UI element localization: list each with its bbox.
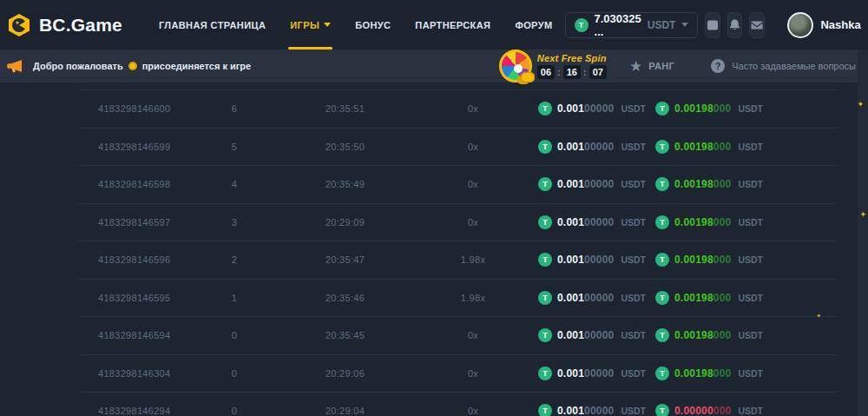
tether-icon: T [655, 102, 669, 116]
bet-id: 4183298146594 [98, 330, 170, 340]
win-currency: USDT [738, 103, 763, 114]
win-amount: 0.00198000 [674, 367, 731, 380]
round-number: 0 [232, 406, 237, 416]
win-amount: 0.00198000 [674, 178, 731, 190]
tether-icon: T [655, 291, 669, 305]
bet-currency: USDT [621, 217, 646, 228]
table-row[interactable]: 4183298146304 0 20:29:06 0x T 0.00100000… [78, 355, 838, 393]
payout-multiplier: 1.98x [461, 254, 485, 265]
round-number: 2 [232, 254, 237, 265]
win-amount: 0.00198000 [674, 292, 731, 304]
bell-icon [728, 18, 741, 31]
bet-time: 20:29:09 [326, 217, 365, 228]
payout-multiplier: 0x [468, 406, 478, 416]
mail-icon [750, 18, 764, 32]
spin-wheel-icon [499, 50, 532, 83]
table-row[interactable]: 4183298146294 0 20:29:04 0x T 0.00100000… [78, 393, 838, 416]
sparkle-icon: ✦ [859, 211, 866, 219]
bet-amount: 0.00100000 [557, 292, 614, 304]
user-menu[interactable]: Nashka [787, 12, 868, 38]
win-currency: USDT [738, 142, 763, 152]
bet-currency: USDT [621, 330, 646, 340]
username: Nashka [820, 18, 860, 31]
win-amount: 0.00198000 [674, 216, 731, 228]
nav-item[interactable]: БОНУС [343, 0, 403, 50]
tether-icon: T [575, 18, 589, 32]
bet-currency: USDT [621, 368, 646, 379]
bet-id: 4183298146598 [98, 179, 170, 189]
round-number: 4 [232, 179, 237, 189]
star-icon: ★ [629, 59, 642, 74]
bets-table: 4183298146600 6 20:35:51 0x T 0.00100000… [78, 89, 838, 416]
payout-multiplier: 0x [468, 330, 478, 340]
bet-currency: USDT [621, 179, 646, 189]
payout-multiplier: 0x [468, 103, 478, 114]
rank-link[interactable]: ★ РАНГ [629, 59, 674, 74]
nav-item-label: ФОРУМ [515, 20, 552, 30]
nav-item-label: БОНУС [355, 20, 391, 30]
free-spin-label: Next Free Spin [537, 53, 607, 63]
bet-amount: 0.00100000 [557, 329, 614, 341]
sparkle-icon: ✦ [857, 101, 864, 109]
content-area: 4183298146600 6 20:35:51 0x T 0.00100000… [0, 83, 868, 416]
wallet-button[interactable] [705, 12, 720, 38]
welcome-text: Добро пожаловать [33, 61, 123, 71]
nav-item-label: ИГРЫ [290, 20, 319, 30]
win-amount: 0.00198000 [674, 329, 731, 341]
tether-icon: T [655, 215, 669, 229]
timer-minutes: 16 [563, 65, 581, 79]
nav-item[interactable]: ИГРЫ [278, 0, 343, 50]
table-row[interactable]: 4183298146599 5 20:35:50 0x T 0.00100000… [78, 129, 838, 167]
table-row[interactable]: 4183298146598 4 20:35:49 0x T 0.00100000… [78, 166, 838, 204]
payout-multiplier: 0x [468, 217, 478, 228]
bet-time: 20:35:47 [326, 254, 365, 265]
announcement-bar: Добро пожаловать присоединяется к игре N… [0, 50, 868, 83]
win-currency: USDT [738, 406, 763, 416]
table-row[interactable]: 4183298146600 6 20:35:51 0x T 0.00100000… [78, 90, 838, 129]
round-number: 0 [232, 368, 237, 379]
tether-icon: T [538, 328, 552, 342]
bet-time: 20:35:45 [326, 330, 365, 340]
welcome-message: Добро пожаловать присоединяется к игре [33, 61, 251, 71]
bet-currency: USDT [621, 293, 646, 303]
timer-seconds: 07 [589, 65, 607, 79]
megaphone-icon [5, 56, 24, 76]
brand-logo[interactable]: BC.Game [7, 13, 122, 37]
round-number: 0 [232, 330, 237, 340]
win-currency: USDT [738, 254, 763, 265]
tether-icon: T [655, 177, 669, 191]
top-navigation-bar: BC.Game ГЛАВНАЯ СТРАНИЦА ИГРЫ БОНУС [0, 0, 868, 50]
nav-item[interactable]: ГЛАВНАЯ СТРАНИЦА [147, 0, 278, 50]
payout-multiplier: 0x [468, 142, 478, 152]
win-amount: 0.00198000 [674, 141, 731, 153]
timer-separator: : [557, 67, 561, 77]
timer-separator: : [583, 67, 587, 77]
bet-amount: 0.00100000 [557, 141, 614, 153]
bet-amount: 0.00100000 [557, 102, 614, 115]
table-row[interactable]: 4183298146595 1 20:35:46 1.98x T 0.00100… [78, 280, 838, 318]
free-spin-widget[interactable]: Next Free Spin 06 : 16 : 07 [499, 50, 607, 83]
nav-item[interactable]: ФОРУМ [503, 0, 564, 50]
bet-amount: 0.00100000 [557, 178, 614, 190]
win-amount: 0.00198000 [674, 254, 731, 266]
avatar [787, 12, 813, 38]
messages-button[interactable] [749, 12, 765, 38]
tether-icon: T [655, 140, 669, 154]
balance-amount: 7.030325 ... [595, 12, 641, 38]
tether-icon: T [538, 177, 552, 191]
table-row[interactable]: 4183298146594 0 20:35:45 0x T 0.00100000… [78, 317, 838, 355]
free-spin-timer: 06 : 16 : 07 [537, 65, 607, 79]
round-number: 3 [232, 217, 237, 228]
nav-item[interactable]: ПАРТНЕРСКАЯ [403, 0, 503, 50]
notifications-button[interactable] [727, 12, 742, 38]
coins-icon [521, 72, 535, 83]
balance-selector[interactable]: T 7.030325 ... USDT [565, 12, 699, 38]
faq-link[interactable]: ? Часто задаваемые вопросы [711, 59, 856, 73]
table-row[interactable]: 4183298146597 3 20:29:09 0x T 0.00100000… [78, 204, 838, 242]
table-row[interactable]: 4183298146596 2 20:35:47 1.98x T 0.00100… [78, 241, 838, 280]
bet-currency: USDT [621, 254, 646, 265]
bet-id: 4183298146595 [98, 293, 170, 303]
bet-amount: 0.00100000 [557, 216, 614, 228]
tether-icon: T [538, 404, 552, 416]
tether-icon: T [655, 404, 669, 416]
